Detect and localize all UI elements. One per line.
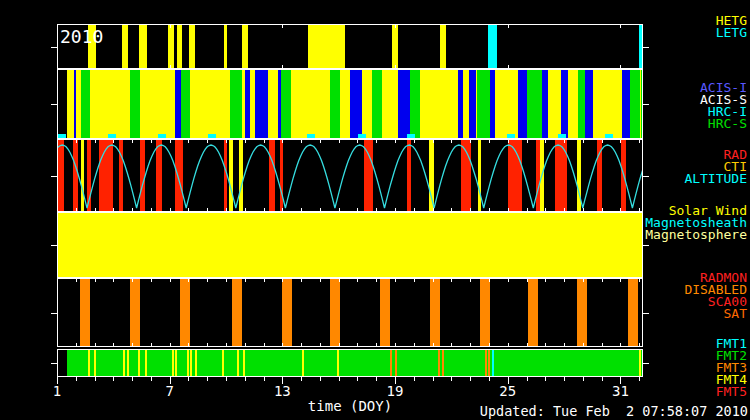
perigee-mark	[605, 134, 613, 138]
day-tick	[527, 208, 528, 211]
band-left-tick	[51, 245, 57, 246]
day-tick	[527, 343, 528, 346]
day-tick	[320, 140, 321, 143]
band-instrument	[57, 69, 643, 139]
axis-tick-label: 7	[150, 383, 190, 399]
day-tick	[226, 279, 227, 282]
segment	[527, 70, 542, 138]
day-tick	[301, 279, 302, 282]
day-tick	[339, 343, 340, 346]
label-group-instrument: ACIS-IACIS-SHRC-IHRC-S	[700, 82, 747, 130]
label-hrc-s: HRC-S	[700, 118, 747, 130]
radmon-disabled-bar	[628, 279, 638, 346]
day-tick	[57, 25, 58, 28]
day-tick	[564, 343, 565, 346]
radmon-disabled-bar	[577, 279, 587, 346]
segment	[237, 350, 239, 376]
band-left-tick	[51, 104, 57, 105]
day-tick	[282, 208, 283, 211]
band-grating	[57, 24, 643, 69]
day-tick	[264, 343, 265, 346]
axis-minor-tick	[433, 377, 434, 381]
segment	[398, 70, 410, 138]
day-tick	[57, 65, 58, 68]
segment	[440, 25, 446, 68]
day-tick	[433, 343, 434, 346]
day-tick	[451, 208, 452, 211]
day-tick	[170, 208, 171, 211]
segment	[195, 350, 197, 376]
day-tick	[508, 208, 509, 211]
band-left-tick	[51, 47, 57, 48]
segment	[622, 70, 630, 138]
axis-minor-tick	[639, 377, 640, 381]
band-right-tick	[643, 363, 649, 364]
segment	[392, 25, 398, 68]
axis-tick-label: 13	[262, 383, 302, 399]
day-tick	[132, 208, 133, 211]
segment	[81, 70, 90, 138]
segment	[224, 25, 227, 68]
day-tick	[339, 279, 340, 282]
day-tick	[451, 279, 452, 282]
day-tick	[132, 140, 133, 143]
segment	[255, 70, 268, 138]
day-tick	[151, 140, 152, 143]
label-group-radiation: RADCTIALTITUDE	[684, 149, 747, 185]
day-tick	[433, 208, 434, 211]
axis-minor-tick	[76, 377, 77, 381]
segment	[245, 70, 250, 138]
label-fmt5: FMT5	[716, 386, 747, 398]
day-tick	[376, 343, 377, 346]
day-tick	[414, 140, 415, 143]
band-radiation-content	[58, 140, 642, 211]
perigee-mark	[108, 134, 116, 138]
day-tick	[188, 140, 189, 143]
day-tick	[489, 208, 490, 211]
day-tick	[357, 140, 358, 143]
segment	[168, 25, 174, 68]
axis-minor-tick	[245, 377, 246, 381]
day-tick	[170, 343, 171, 346]
day-tick	[301, 140, 302, 143]
day-tick	[527, 140, 528, 143]
day-tick	[320, 343, 321, 346]
altitude-curve	[58, 140, 642, 211]
day-tick	[489, 279, 490, 282]
segment	[395, 350, 397, 376]
day-tick	[470, 208, 471, 211]
radmon-disabled-bar	[232, 279, 242, 346]
day-tick	[264, 208, 265, 211]
band-instrument-content	[58, 70, 642, 138]
day-tick	[620, 25, 621, 28]
day-tick	[545, 208, 546, 211]
x-axis-title: time (DOY)	[300, 398, 400, 414]
band-right-tick	[643, 176, 649, 177]
day-tick	[320, 279, 321, 282]
band-left-tick	[51, 313, 57, 314]
day-tick	[545, 279, 546, 282]
segment	[410, 70, 420, 138]
day-tick	[395, 343, 396, 346]
day-tick	[508, 140, 509, 143]
day-tick	[151, 208, 152, 211]
segment	[390, 350, 392, 376]
segment	[177, 25, 182, 68]
day-tick	[395, 140, 396, 143]
segment	[438, 350, 440, 376]
segment	[308, 25, 345, 68]
segment	[518, 70, 527, 138]
segment	[243, 350, 245, 376]
segment	[230, 70, 242, 138]
segment	[122, 25, 128, 68]
day-tick	[639, 343, 640, 346]
axis-minor-tick	[527, 377, 528, 381]
axis-minor-tick	[226, 377, 227, 381]
axis-minor-tick	[95, 377, 96, 381]
segment	[477, 70, 490, 138]
day-tick	[564, 279, 565, 282]
day-tick	[639, 140, 640, 143]
day-tick	[132, 343, 133, 346]
axis-minor-tick	[207, 377, 208, 381]
day-tick	[282, 279, 283, 282]
